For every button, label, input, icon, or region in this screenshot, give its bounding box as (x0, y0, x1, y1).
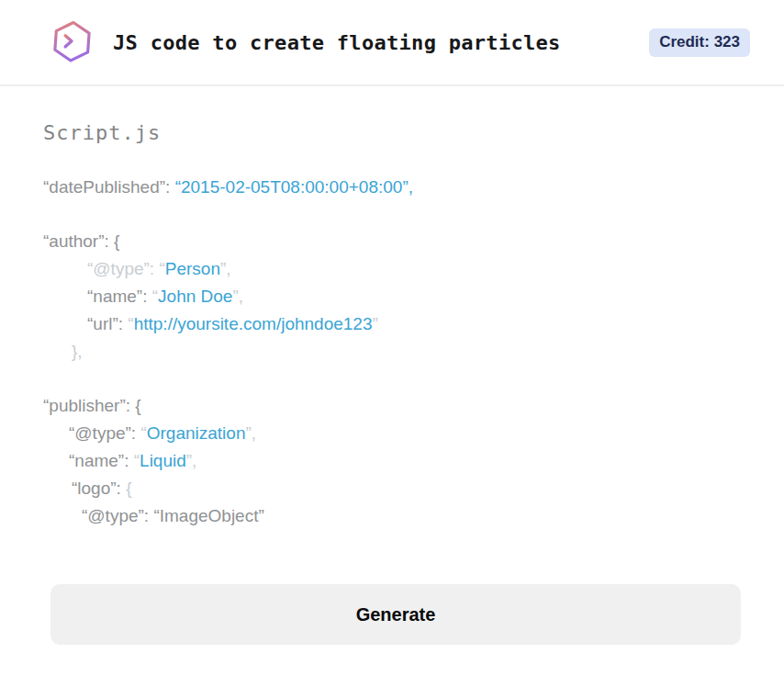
code-line: “name”: “John Doe”, (43, 283, 747, 310)
code-segment: ”, (220, 259, 231, 278)
code-segment: ” (373, 314, 378, 333)
code-block: “datePublished”: “2015-02-05T08:00:00+08… (43, 174, 747, 530)
terminal-prompt-hexagon-icon (50, 19, 94, 65)
code-line: “@type”: “Organization”, (43, 420, 747, 447)
code-segment: “url”: (87, 314, 128, 333)
generate-button[interactable]: Generate (50, 584, 741, 645)
code-segment: ”, (186, 451, 197, 470)
code-segment: “logo”: (72, 479, 126, 498)
code-line: “@type”: “ImageObject” (43, 502, 747, 530)
code-blank-line (43, 201, 747, 228)
code-segment: ”, (245, 423, 256, 443)
code-segment: http://yoursite.com/johndoe123 (134, 314, 373, 333)
code-segment: “name”: (69, 451, 134, 470)
code-line: “publisher”: { (43, 392, 747, 420)
code-segment: “publisher”: { (43, 396, 141, 415)
code-segment: Person (165, 259, 220, 278)
code-line: “logo”: { (43, 475, 747, 502)
code-segment: John Doe (158, 287, 232, 306)
code-line: “url”: “http://yoursite.com/johndoe123” (43, 310, 747, 338)
code-segment: ”, (232, 287, 243, 306)
code-segment: “@type”: “ (87, 259, 165, 278)
code-segment: “@type”: “ImageObject” (82, 506, 264, 525)
code-segment: “datePublished”: (43, 177, 175, 197)
code-line: “author”: { (43, 228, 747, 255)
header: JS code to create floating particles Cre… (0, 0, 784, 86)
code-segment: “name”: (87, 287, 152, 306)
code-line: }, (43, 338, 747, 366)
code-segment: { (126, 479, 131, 498)
main-content: Script.js “datePublished”: “2015-02-05T0… (0, 86, 784, 530)
code-segment: Organization (147, 423, 246, 443)
code-line: “@type”: “Person”, (43, 255, 747, 283)
code-segment: }, (72, 342, 83, 361)
code-segment: “2015-02-05T08:00:00+08:00”, (175, 177, 413, 197)
script-filename: Script.js (43, 121, 747, 145)
page-title: JS code to create floating particles (113, 31, 649, 54)
code-blank-line (43, 366, 747, 392)
code-segment: “@type”: (69, 423, 140, 443)
code-segment: Liquid (140, 451, 186, 470)
code-line: “datePublished”: “2015-02-05T08:00:00+08… (43, 174, 747, 201)
code-line: “name”: “Liquid”, (43, 447, 747, 475)
code-segment: “author”: { (43, 231, 119, 251)
credit-badge: Credit: 323 (649, 28, 750, 57)
